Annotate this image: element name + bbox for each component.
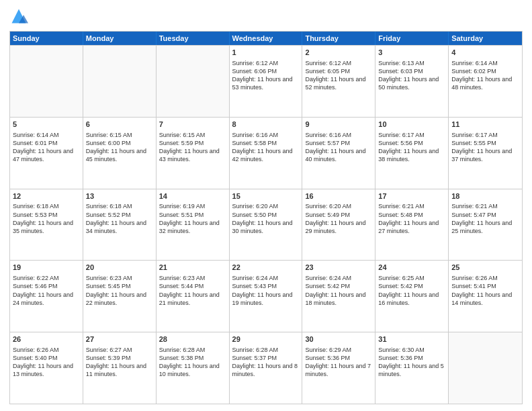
day-number: 5 xyxy=(13,120,80,130)
daylight: Daylight: 11 hours and 10 minutes. xyxy=(159,362,226,378)
calendar-cell: 11Sunrise: 6:17 AMSunset: 5:55 PMDayligh… xyxy=(449,118,522,189)
sunrise: Sunrise: 6:24 AM xyxy=(232,274,300,282)
sunset: Sunset: 5:44 PM xyxy=(159,282,226,290)
calendar-cell: 16Sunrise: 6:20 AMSunset: 5:49 PMDayligh… xyxy=(302,189,375,261)
calendar-cell: 22Sunrise: 6:24 AMSunset: 5:43 PMDayligh… xyxy=(230,261,303,332)
calendar: SundayMondayTuesdayWednesdayThursdayFrid… xyxy=(9,31,523,404)
sunrise: Sunrise: 6:24 AM xyxy=(305,274,372,282)
sunset: Sunset: 5:50 PM xyxy=(232,211,300,219)
sunset: Sunset: 6:02 PM xyxy=(451,67,519,75)
daylight: Daylight: 11 hours and 32 minutes. xyxy=(159,219,226,235)
calendar-week-5: 26Sunrise: 6:26 AMSunset: 5:40 PMDayligh… xyxy=(10,332,522,404)
calendar-cell: 21Sunrise: 6:23 AMSunset: 5:44 PMDayligh… xyxy=(157,261,230,332)
calendar-cell: 2Sunrise: 6:12 AMSunset: 6:05 PMDaylight… xyxy=(302,46,375,117)
sunset: Sunset: 5:51 PM xyxy=(159,211,226,219)
daylight: Daylight: 11 hours and 19 minutes. xyxy=(232,291,300,307)
sunset: Sunset: 5:49 PM xyxy=(305,211,372,219)
day-number: 31 xyxy=(378,334,445,345)
day-number: 28 xyxy=(159,334,226,345)
daylight: Daylight: 11 hours and 14 minutes. xyxy=(451,291,519,307)
header-day-sunday: Sunday xyxy=(10,32,83,45)
day-number: 18 xyxy=(451,191,519,201)
daylight: Daylight: 11 hours and 40 minutes. xyxy=(305,147,372,163)
day-number: 24 xyxy=(378,263,445,273)
sunrise: Sunrise: 6:19 AM xyxy=(159,202,226,210)
sunrise: Sunrise: 6:18 AM xyxy=(86,202,153,210)
calendar-cell: 8Sunrise: 6:16 AMSunset: 5:58 PMDaylight… xyxy=(230,118,303,189)
sunset: Sunset: 5:42 PM xyxy=(378,282,445,290)
day-number: 19 xyxy=(13,263,80,273)
sunrise: Sunrise: 6:21 AM xyxy=(451,202,519,210)
day-number: 13 xyxy=(86,191,153,201)
daylight: Daylight: 11 hours and 27 minutes. xyxy=(378,219,445,235)
sunset: Sunset: 5:36 PM xyxy=(378,354,445,362)
calendar-cell: 24Sunrise: 6:25 AMSunset: 5:42 PMDayligh… xyxy=(375,261,449,332)
day-number: 1 xyxy=(232,48,300,58)
sunrise: Sunrise: 6:28 AM xyxy=(159,346,226,354)
calendar-cell: 28Sunrise: 6:28 AMSunset: 5:38 PMDayligh… xyxy=(157,332,230,404)
page: SundayMondayTuesdayWednesdayThursdayFrid… xyxy=(0,0,532,411)
sunrise: Sunrise: 6:14 AM xyxy=(13,131,80,139)
daylight: Daylight: 11 hours and 13 minutes. xyxy=(13,362,80,378)
calendar-cell: 27Sunrise: 6:27 AMSunset: 5:39 PMDayligh… xyxy=(83,332,157,404)
day-number: 15 xyxy=(232,191,300,201)
day-number: 16 xyxy=(305,191,372,201)
sunset: Sunset: 6:00 PM xyxy=(86,139,153,147)
daylight: Daylight: 11 hours and 42 minutes. xyxy=(232,147,300,163)
day-number: 17 xyxy=(378,191,445,201)
daylight: Daylight: 11 hours and 34 minutes. xyxy=(86,219,153,235)
sunset: Sunset: 6:05 PM xyxy=(305,67,372,75)
day-number: 6 xyxy=(86,120,153,130)
day-number: 26 xyxy=(13,334,80,345)
sunrise: Sunrise: 6:12 AM xyxy=(305,59,372,67)
daylight: Daylight: 11 hours and 45 minutes. xyxy=(86,147,153,163)
header xyxy=(9,7,523,26)
sunset: Sunset: 5:46 PM xyxy=(13,282,80,290)
sunrise: Sunrise: 6:16 AM xyxy=(305,131,372,139)
calendar-cell xyxy=(449,332,522,404)
calendar-cell: 9Sunrise: 6:16 AMSunset: 5:57 PMDaylight… xyxy=(302,118,375,189)
calendar-cell: 18Sunrise: 6:21 AMSunset: 5:47 PMDayligh… xyxy=(449,189,522,261)
sunset: Sunset: 5:39 PM xyxy=(86,354,153,362)
day-number: 4 xyxy=(451,48,519,58)
sunrise: Sunrise: 6:21 AM xyxy=(378,202,445,210)
calendar-cell: 6Sunrise: 6:15 AMSunset: 6:00 PMDaylight… xyxy=(83,118,157,189)
sunset: Sunset: 5:55 PM xyxy=(451,139,519,147)
daylight: Daylight: 11 hours and 7 minutes. xyxy=(305,362,372,378)
sunrise: Sunrise: 6:20 AM xyxy=(305,202,372,210)
sunrise: Sunrise: 6:30 AM xyxy=(378,346,445,354)
daylight: Daylight: 11 hours and 50 minutes. xyxy=(378,75,445,91)
day-number: 8 xyxy=(232,120,300,130)
sunrise: Sunrise: 6:26 AM xyxy=(451,274,519,282)
sunrise: Sunrise: 6:17 AM xyxy=(451,131,519,139)
logo-icon xyxy=(9,7,28,26)
sunset: Sunset: 5:48 PM xyxy=(378,211,445,219)
daylight: Daylight: 11 hours and 30 minutes. xyxy=(232,219,300,235)
header-day-thursday: Thursday xyxy=(302,32,375,45)
daylight: Daylight: 11 hours and 35 minutes. xyxy=(13,219,80,235)
sunrise: Sunrise: 6:16 AM xyxy=(232,131,300,139)
calendar-cell: 30Sunrise: 6:29 AMSunset: 5:36 PMDayligh… xyxy=(302,332,375,404)
day-number: 20 xyxy=(86,263,153,273)
day-number: 3 xyxy=(378,48,445,58)
calendar-cell: 5Sunrise: 6:14 AMSunset: 6:01 PMDaylight… xyxy=(10,118,83,189)
calendar-cell: 26Sunrise: 6:26 AMSunset: 5:40 PMDayligh… xyxy=(10,332,83,404)
sunset: Sunset: 5:42 PM xyxy=(305,282,372,290)
day-number: 10 xyxy=(378,120,445,130)
calendar-cell: 13Sunrise: 6:18 AMSunset: 5:52 PMDayligh… xyxy=(83,189,157,261)
sunrise: Sunrise: 6:15 AM xyxy=(159,131,226,139)
logo xyxy=(9,7,31,26)
sunset: Sunset: 5:47 PM xyxy=(451,211,519,219)
day-number: 21 xyxy=(159,263,226,273)
calendar-cell: 29Sunrise: 6:28 AMSunset: 5:37 PMDayligh… xyxy=(230,332,303,404)
calendar-body: 1Sunrise: 6:12 AMSunset: 6:06 PMDaylight… xyxy=(10,45,522,404)
calendar-week-2: 5Sunrise: 6:14 AMSunset: 6:01 PMDaylight… xyxy=(10,117,522,189)
sunset: Sunset: 5:38 PM xyxy=(159,354,226,362)
header-day-friday: Friday xyxy=(375,32,449,45)
day-number: 11 xyxy=(451,120,519,130)
sunrise: Sunrise: 6:17 AM xyxy=(378,131,445,139)
calendar-cell: 12Sunrise: 6:18 AMSunset: 5:53 PMDayligh… xyxy=(10,189,83,261)
day-number: 29 xyxy=(232,334,300,345)
header-day-tuesday: Tuesday xyxy=(157,32,230,45)
sunrise: Sunrise: 6:25 AM xyxy=(378,274,445,282)
